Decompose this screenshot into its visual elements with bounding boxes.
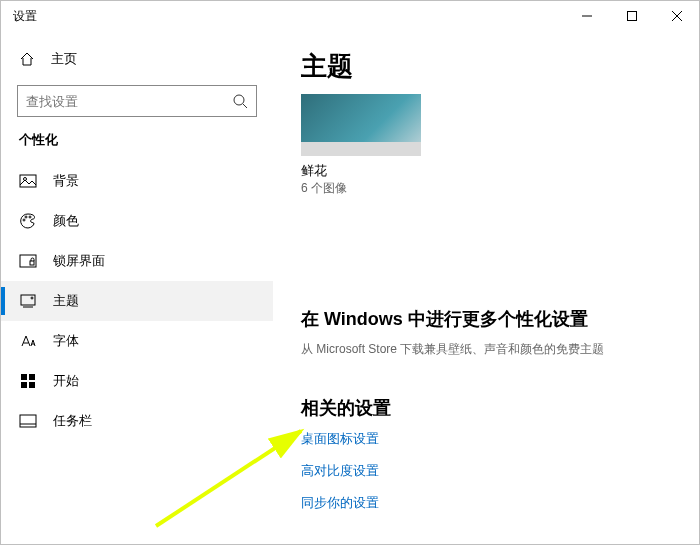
sidebar-item-label: 字体: [53, 332, 79, 350]
sidebar-item-label: 主题: [53, 292, 79, 310]
sidebar-item-label: 颜色: [53, 212, 79, 230]
more-personalization-heading: 在 Windows 中进行更多个性化设置: [301, 307, 699, 331]
page-title: 主题: [301, 49, 699, 84]
svg-rect-18: [29, 382, 35, 388]
svg-rect-1: [627, 12, 636, 21]
theme-thumbnail[interactable]: [301, 94, 421, 156]
link-desktop-icon-settings[interactable]: 桌面图标设置: [301, 430, 699, 448]
more-personalization-desc: 从 Microsoft Store 下载兼具壁纸、声音和颜色的免费主题: [301, 341, 699, 358]
sidebar-item-fonts[interactable]: 字体: [1, 321, 273, 361]
svg-point-10: [29, 216, 31, 218]
settings-window: 设置 主页: [0, 0, 700, 545]
home-icon: [19, 51, 35, 67]
link-high-contrast-settings[interactable]: 高对比度设置: [301, 462, 699, 480]
search-box[interactable]: [17, 85, 257, 117]
related-settings-heading: 相关的设置: [301, 396, 699, 420]
svg-rect-16: [29, 374, 35, 380]
close-icon: [672, 11, 682, 21]
search-container: [1, 77, 273, 131]
svg-rect-15: [21, 374, 27, 380]
maximize-button[interactable]: [609, 1, 654, 31]
sidebar-item-label: 开始: [53, 372, 79, 390]
fonts-icon: [19, 332, 37, 350]
svg-point-9: [25, 216, 27, 218]
link-sync-settings[interactable]: 同步你的设置: [301, 494, 699, 512]
svg-rect-12: [30, 261, 34, 265]
svg-point-8: [23, 219, 25, 221]
sidebar-section-title: 个性化: [1, 131, 273, 161]
sidebar-item-themes[interactable]: 主题: [1, 281, 273, 321]
sidebar-item-lockscreen[interactable]: 锁屏界面: [1, 241, 273, 281]
start-icon: [19, 372, 37, 390]
svg-point-14: [31, 297, 33, 299]
svg-rect-19: [20, 415, 36, 427]
close-button[interactable]: [654, 1, 699, 31]
sidebar-item-label: 锁屏界面: [53, 252, 105, 270]
taskbar-icon: [19, 412, 37, 430]
maximize-icon: [627, 11, 637, 21]
search-icon: [232, 93, 248, 109]
minimize-button[interactable]: [564, 1, 609, 31]
color-wheel-icon: [405, 142, 417, 154]
picture-icon: [19, 172, 37, 190]
theme-image-count: 6 个图像: [301, 180, 699, 197]
lockscreen-icon: [19, 252, 37, 270]
sidebar: 主页 个性化 背景: [1, 31, 273, 544]
svg-rect-13: [21, 295, 35, 305]
sidebar-item-start[interactable]: 开始: [1, 361, 273, 401]
themes-icon: [19, 292, 37, 310]
sidebar-item-label: 背景: [53, 172, 79, 190]
window-title: 设置: [13, 8, 37, 25]
home-label: 主页: [51, 50, 77, 68]
svg-line-5: [243, 104, 247, 108]
search-input[interactable]: [26, 94, 232, 109]
home-button[interactable]: 主页: [1, 41, 273, 77]
theme-name: 鲜花: [301, 162, 699, 180]
sidebar-item-label: 任务栏: [53, 412, 92, 430]
sidebar-item-colors[interactable]: 颜色: [1, 201, 273, 241]
svg-rect-6: [20, 175, 36, 187]
main-content: 主题 鲜花 6 个图像 在 Windows 中进行更多个性化设置 从 Micro…: [273, 31, 699, 544]
palette-icon: [19, 212, 37, 230]
minimize-icon: [582, 11, 592, 21]
titlebar: 设置: [1, 1, 699, 31]
svg-point-4: [234, 95, 244, 105]
svg-rect-17: [21, 382, 27, 388]
sidebar-item-background[interactable]: 背景: [1, 161, 273, 201]
sidebar-item-taskbar[interactable]: 任务栏: [1, 401, 273, 441]
